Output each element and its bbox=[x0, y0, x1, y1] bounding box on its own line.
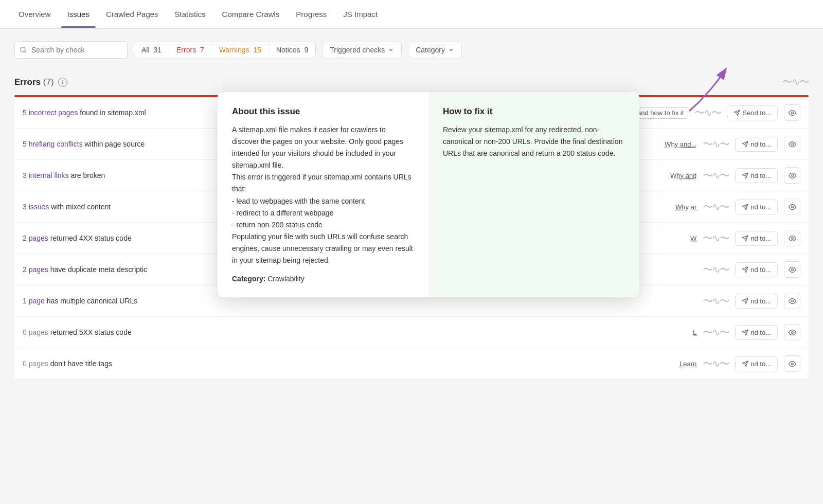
send-icon bbox=[742, 361, 748, 367]
section-title: Errors (7) bbox=[14, 77, 54, 87]
issue-link-2[interactable]: 3 internal links bbox=[23, 171, 69, 179]
eye-button-5[interactable] bbox=[784, 261, 800, 278]
issue-link-7[interactable]: 0 pages bbox=[23, 328, 48, 336]
send-icon bbox=[742, 266, 748, 273]
search-input[interactable] bbox=[14, 41, 128, 59]
eye-button-3[interactable] bbox=[784, 199, 800, 215]
nav-bar: Overview Issues Crawled Pages Statistics… bbox=[0, 0, 823, 29]
main-content: All 31 Errors 7 Warnings 15 Notices 9 Tr… bbox=[0, 29, 823, 504]
send-icon bbox=[742, 298, 748, 304]
eye-button-8[interactable] bbox=[784, 355, 800, 372]
filter-tab-warnings[interactable]: Warnings 15 bbox=[212, 42, 269, 58]
nav-compare-crawls[interactable]: Compare Crawls bbox=[216, 1, 286, 28]
svg-line-1 bbox=[25, 51, 26, 53]
sparkline-0: 〜∿〜 bbox=[694, 106, 721, 120]
send-to-button-0[interactable]: Send to... bbox=[727, 105, 778, 120]
svg-point-5 bbox=[791, 206, 793, 208]
tooltip-fix-body: Review your sitemap.xml for any redirect… bbox=[443, 124, 625, 159]
tooltip-about-body: A sitemap.xml file makes it easier for c… bbox=[232, 124, 414, 266]
send-icon bbox=[742, 141, 748, 148]
issue-text-7: 0 pages returned 5XX status code bbox=[23, 328, 687, 336]
svg-point-8 bbox=[791, 300, 793, 302]
svg-point-4 bbox=[791, 174, 793, 176]
eye-icon bbox=[789, 235, 796, 242]
chevron-down-icon bbox=[388, 47, 394, 53]
send-icon bbox=[742, 172, 748, 179]
issue-link-3[interactable]: 3 issues bbox=[23, 203, 49, 211]
eye-icon bbox=[789, 203, 796, 211]
issue-row: 0 pages returned 5XX status code L 〜∿〜 n… bbox=[14, 317, 809, 348]
filter-tab-all[interactable]: All 31 bbox=[134, 42, 169, 58]
tooltip-popup: About this issue A sitemap.xml file make… bbox=[218, 92, 639, 297]
category-dropdown[interactable]: Category bbox=[408, 42, 462, 58]
issue-link-1[interactable]: 5 hreflang conflicts bbox=[23, 140, 83, 148]
why-link-8[interactable]: Learn bbox=[679, 360, 696, 368]
sparkline-6: 〜∿〜 bbox=[703, 294, 729, 308]
tooltip-category: Category: Crawlability bbox=[232, 275, 414, 283]
eye-button-7[interactable] bbox=[784, 324, 800, 340]
sparkline-8: 〜∿〜 bbox=[703, 357, 729, 371]
issue-row: 5 incorrect pages found in sitemap.xml W… bbox=[14, 97, 809, 129]
eye-icon bbox=[789, 360, 796, 368]
send-icon bbox=[742, 329, 748, 336]
nav-progress[interactable]: Progress bbox=[290, 1, 333, 28]
triggered-checks-dropdown[interactable]: Triggered checks bbox=[322, 42, 402, 58]
sparkline-4: 〜∿〜 bbox=[703, 231, 729, 245]
eye-icon bbox=[789, 266, 796, 274]
nav-crawled-pages[interactable]: Crawled Pages bbox=[100, 1, 165, 28]
issue-text-6: 1 page has multiple canonical URLs bbox=[23, 297, 696, 305]
why-link-4[interactable]: W bbox=[690, 235, 696, 242]
issue-link-6[interactable]: 1 page bbox=[23, 297, 45, 305]
issue-link-0[interactable]: 5 incorrect pages bbox=[23, 109, 78, 117]
tooltip-left: About this issue A sitemap.xml file make… bbox=[218, 92, 428, 297]
send-to-button-7[interactable]: nd to... bbox=[735, 325, 778, 340]
issue-text-8: 0 pages don't have title tags bbox=[23, 359, 673, 368]
svg-point-9 bbox=[791, 331, 793, 333]
eye-icon bbox=[789, 297, 796, 305]
why-link-3[interactable]: Why ar bbox=[675, 203, 696, 211]
section-sparkline: 〜∿〜 bbox=[782, 75, 809, 89]
send-icon bbox=[742, 204, 748, 210]
nav-overview[interactable]: Overview bbox=[12, 1, 57, 28]
info-icon[interactable]: i bbox=[58, 78, 67, 87]
chevron-down-icon-2 bbox=[448, 47, 454, 53]
issue-link-5[interactable]: 2 pages bbox=[23, 265, 48, 274]
issue-link-4[interactable]: 2 pages bbox=[23, 234, 48, 242]
send-to-button-8[interactable]: nd to... bbox=[735, 356, 778, 371]
send-to-button-4[interactable]: nd to... bbox=[735, 231, 778, 246]
eye-icon bbox=[789, 109, 796, 117]
send-to-button-1[interactable]: nd to... bbox=[735, 137, 778, 152]
svg-point-6 bbox=[791, 237, 793, 239]
sparkline-7: 〜∿〜 bbox=[703, 326, 729, 339]
search-icon bbox=[20, 46, 27, 53]
why-link-2[interactable]: Why and bbox=[670, 172, 696, 179]
send-to-button-6[interactable]: nd to... bbox=[735, 294, 778, 309]
why-link-1[interactable]: Why and... bbox=[665, 140, 696, 148]
filter-tab-errors[interactable]: Errors 7 bbox=[169, 42, 212, 58]
nav-statistics[interactable]: Statistics bbox=[169, 1, 212, 28]
send-to-button-3[interactable]: nd to... bbox=[735, 200, 778, 214]
eye-button-1[interactable] bbox=[784, 136, 800, 152]
filter-bar: All 31 Errors 7 Warnings 15 Notices 9 Tr… bbox=[14, 41, 809, 59]
why-link-7[interactable]: L bbox=[693, 329, 696, 336]
tooltip-fix-title: How to fix it bbox=[443, 106, 625, 117]
send-to-button-2[interactable]: nd to... bbox=[735, 168, 778, 183]
nav-js-impact[interactable]: JS Impact bbox=[337, 1, 384, 28]
svg-point-2 bbox=[791, 112, 793, 114]
eye-button-6[interactable] bbox=[784, 293, 800, 309]
filter-tab-notices[interactable]: Notices 9 bbox=[269, 42, 315, 58]
issues-list: 5 incorrect pages found in sitemap.xml W… bbox=[14, 97, 809, 380]
eye-button-0[interactable] bbox=[784, 104, 800, 121]
eye-button-4[interactable] bbox=[784, 230, 800, 246]
sparkline-5: 〜∿〜 bbox=[703, 263, 729, 277]
svg-point-0 bbox=[21, 47, 25, 52]
issue-link-8[interactable]: 0 pages bbox=[23, 359, 48, 368]
eye-icon bbox=[789, 140, 796, 148]
nav-issues[interactable]: Issues bbox=[61, 1, 96, 28]
eye-button-2[interactable] bbox=[784, 167, 800, 184]
sparkline-2: 〜∿〜 bbox=[703, 169, 729, 183]
eye-icon bbox=[789, 329, 796, 336]
svg-point-10 bbox=[791, 363, 793, 365]
send-to-button-5[interactable]: nd to... bbox=[735, 262, 778, 277]
issue-row: 0 pages don't have title tags Learn 〜∿〜 … bbox=[14, 348, 809, 380]
